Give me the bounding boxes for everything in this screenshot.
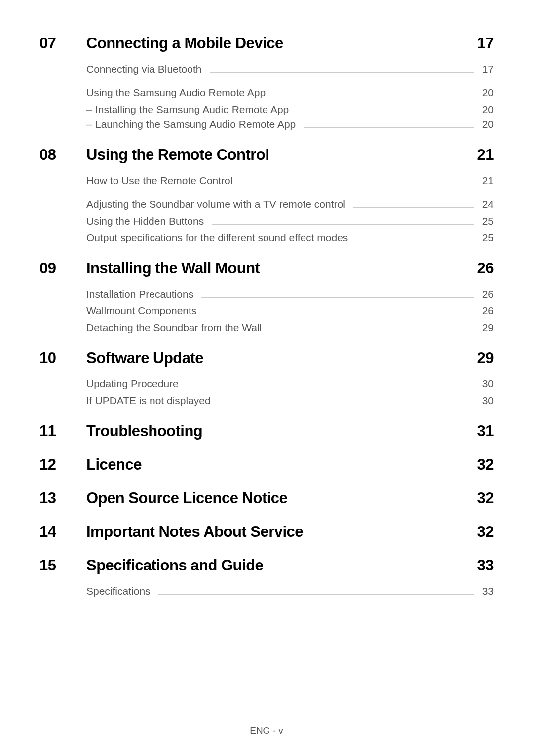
entry-text: Installing the Samsung Audio Remote App bbox=[95, 104, 294, 115]
section-title: Licence bbox=[86, 456, 477, 474]
section-number: 15 bbox=[39, 557, 86, 574]
entry-page: 29 bbox=[477, 322, 494, 334]
section-number: 07 bbox=[39, 35, 86, 52]
toc-section: 13Open Source Licence Notice32 bbox=[39, 490, 494, 507]
section-number: 11 bbox=[39, 422, 86, 440]
entry-text: Connecting via Bluetooth bbox=[86, 63, 207, 75]
entry-leader bbox=[304, 127, 474, 128]
entry-leader bbox=[356, 241, 474, 241]
entry-page: 30 bbox=[477, 378, 494, 390]
section-number: 08 bbox=[39, 146, 86, 164]
entry-page: 20 bbox=[477, 118, 494, 130]
entry-leader bbox=[219, 404, 474, 404]
section-header: 10Software Update29 bbox=[39, 349, 494, 367]
entry-page: 26 bbox=[477, 288, 494, 300]
section-header: 13Open Source Licence Notice32 bbox=[39, 490, 494, 507]
toc-entry: Adjusting the Soundbar volume with a TV … bbox=[86, 198, 494, 210]
toc-entry: Connecting via Bluetooth17 bbox=[86, 63, 494, 75]
toc-entry: Launching the Samsung Audio Remote App20 bbox=[86, 118, 494, 130]
entry-text: Installation Precautions bbox=[86, 288, 198, 300]
toc-section: 07Connecting a Mobile Device17Connecting… bbox=[39, 35, 494, 130]
section-header: 15Specifications and Guide33 bbox=[39, 557, 494, 574]
toc-entries: Installation Precautions26Wallmount Comp… bbox=[86, 288, 494, 334]
section-header: 07Connecting a Mobile Device17 bbox=[39, 35, 494, 52]
entry-page: 20 bbox=[477, 87, 494, 99]
section-title: Using the Remote Control bbox=[86, 146, 477, 164]
section-page: 32 bbox=[477, 490, 494, 507]
section-number: 14 bbox=[39, 523, 86, 541]
entry-text: Adjusting the Soundbar volume with a TV … bbox=[86, 198, 350, 210]
entry-page: 17 bbox=[477, 63, 494, 75]
toc-entries: Connecting via Bluetooth17Using the Sams… bbox=[86, 63, 494, 130]
entry-page: 25 bbox=[477, 232, 494, 244]
toc-section: 15Specifications and Guide33Specificatio… bbox=[39, 557, 494, 597]
toc-entries: How to Use the Remote Control21Adjusting… bbox=[86, 175, 494, 244]
section-number: 09 bbox=[39, 260, 86, 277]
toc-section: 10Software Update29Updating Procedure30I… bbox=[39, 349, 494, 407]
page-footer: ENG - v bbox=[0, 725, 533, 736]
section-title: Important Notes About Service bbox=[86, 523, 477, 541]
entry-text: Detaching the Soundbar from the Wall bbox=[86, 322, 266, 334]
entry-leader bbox=[210, 72, 474, 73]
entry-leader bbox=[297, 113, 474, 113]
section-title: Specifications and Guide bbox=[86, 557, 477, 574]
toc-entries: Specifications33 bbox=[86, 585, 494, 597]
entry-text: Specifications bbox=[86, 585, 155, 597]
section-number: 10 bbox=[39, 349, 86, 367]
toc-entry: Using the Hidden Buttons25 bbox=[86, 215, 494, 227]
entry-text: Updating Procedure bbox=[86, 378, 184, 390]
section-header: 14Important Notes About Service32 bbox=[39, 523, 494, 541]
entry-page: 21 bbox=[477, 175, 494, 187]
entry-text: Using the Samsung Audio Remote App bbox=[86, 87, 270, 99]
entry-text: Using the Hidden Buttons bbox=[86, 215, 209, 227]
section-header: 09Installing the Wall Mount26 bbox=[39, 260, 494, 277]
entry-text: Launching the Samsung Audio Remote App bbox=[95, 118, 301, 130]
section-page: 32 bbox=[477, 523, 494, 541]
entry-page: 26 bbox=[477, 305, 494, 317]
section-title: Software Update bbox=[86, 349, 477, 367]
section-title: Installing the Wall Mount bbox=[86, 260, 477, 277]
entry-page: 30 bbox=[477, 395, 494, 407]
toc-entry: Specifications33 bbox=[86, 585, 494, 597]
toc-entry: Output specifications for the different … bbox=[86, 232, 494, 244]
section-number: 13 bbox=[39, 490, 86, 507]
entry-leader bbox=[240, 184, 474, 184]
toc-section: 11Troubleshooting31 bbox=[39, 422, 494, 440]
entry-leader bbox=[353, 207, 474, 208]
toc-entry: Wallmount Components26 bbox=[86, 305, 494, 317]
toc-section: 08Using the Remote Control21How to Use t… bbox=[39, 146, 494, 244]
toc-entry: Detaching the Soundbar from the Wall29 bbox=[86, 322, 494, 334]
entry-leader bbox=[158, 594, 474, 595]
section-page: 21 bbox=[477, 146, 494, 164]
entry-leader bbox=[269, 331, 474, 331]
section-page: 33 bbox=[477, 557, 494, 574]
section-header: 12Licence32 bbox=[39, 456, 494, 474]
table-of-contents: 07Connecting a Mobile Device17Connecting… bbox=[39, 35, 494, 597]
entry-leader bbox=[187, 387, 474, 387]
entry-leader bbox=[201, 297, 474, 298]
entry-page: 33 bbox=[477, 585, 494, 597]
entry-text: Output specifications for the different … bbox=[86, 232, 353, 244]
toc-entry: Using the Samsung Audio Remote App20 bbox=[86, 87, 494, 99]
entry-leader bbox=[204, 314, 474, 314]
entry-text: Wallmount Components bbox=[86, 305, 201, 317]
section-page: 26 bbox=[477, 260, 494, 277]
entry-text: How to Use the Remote Control bbox=[86, 175, 237, 187]
entry-text: If UPDATE is not displayed bbox=[86, 395, 216, 407]
entry-leader bbox=[273, 96, 474, 96]
section-title: Connecting a Mobile Device bbox=[86, 35, 477, 52]
section-page: 29 bbox=[477, 349, 494, 367]
section-header: 08Using the Remote Control21 bbox=[39, 146, 494, 164]
toc-section: 12Licence32 bbox=[39, 456, 494, 474]
section-header: 11Troubleshooting31 bbox=[39, 422, 494, 440]
toc-entry: Installing the Samsung Audio Remote App2… bbox=[86, 104, 494, 115]
entry-page: 20 bbox=[477, 104, 494, 115]
section-number: 12 bbox=[39, 456, 86, 474]
section-page: 31 bbox=[477, 422, 494, 440]
section-title: Open Source Licence Notice bbox=[86, 490, 477, 507]
toc-entry: Updating Procedure30 bbox=[86, 378, 494, 390]
toc-entry: How to Use the Remote Control21 bbox=[86, 175, 494, 187]
section-page: 32 bbox=[477, 456, 494, 474]
entry-page: 25 bbox=[477, 215, 494, 227]
entry-leader bbox=[212, 224, 474, 225]
